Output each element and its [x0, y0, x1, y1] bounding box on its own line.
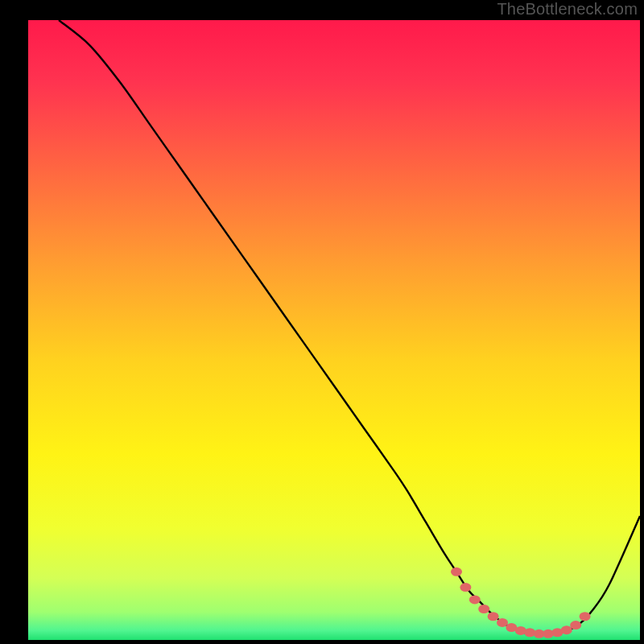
watermark-text: TheBottleneck.com: [497, 0, 638, 19]
chart-frame: [28, 20, 640, 640]
marker-dot: [561, 625, 572, 634]
marker-dot: [469, 595, 481, 604]
marker-dot: [580, 612, 591, 621]
chart-svg: [28, 20, 640, 640]
marker-dot: [570, 621, 581, 630]
marker-dot: [478, 605, 489, 613]
marker-dot: [451, 568, 462, 576]
marker-dot: [460, 583, 471, 592]
marker-dot: [497, 618, 508, 627]
marker-dot: [488, 612, 499, 621]
gradient-background: [28, 20, 640, 640]
